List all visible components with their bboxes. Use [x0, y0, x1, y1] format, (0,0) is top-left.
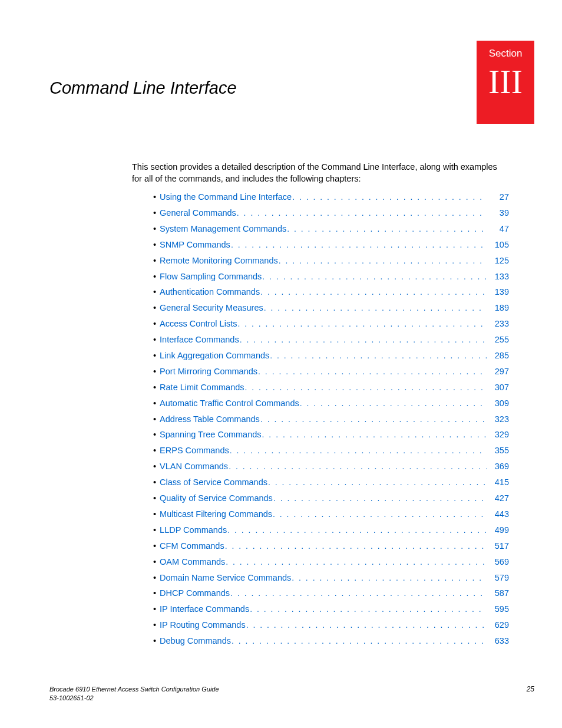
- toc-item[interactable]: •CFM Commands517: [153, 538, 509, 554]
- toc-label[interactable]: Multicast Filtering Commands: [160, 506, 272, 522]
- toc-page[interactable]: 595: [487, 601, 509, 617]
- toc-item[interactable]: •IP Routing Commands629: [153, 617, 509, 633]
- bullet-icon: •: [153, 522, 156, 538]
- toc-page[interactable]: 499: [487, 522, 509, 538]
- bullet-icon: •: [153, 300, 156, 316]
- toc-page[interactable]: 517: [487, 538, 509, 554]
- footer-page-number: 25: [527, 685, 534, 702]
- bullet-icon: •: [153, 269, 156, 285]
- toc-page[interactable]: 47: [487, 221, 509, 237]
- toc-item[interactable]: •Access Control Lists233: [153, 316, 509, 332]
- toc-item[interactable]: •Remote Monitoring Commands125: [153, 253, 509, 269]
- toc-item[interactable]: •Link Aggregation Commands285: [153, 348, 509, 364]
- toc-item[interactable]: •LLDP Commands499: [153, 522, 509, 538]
- toc-item[interactable]: •Spanning Tree Commands329: [153, 427, 509, 443]
- toc-label[interactable]: System Management Commands: [160, 221, 286, 237]
- toc-label[interactable]: Authentication Commands: [160, 284, 260, 300]
- toc-item[interactable]: •Port Mirroring Commands297: [153, 364, 509, 380]
- toc-item[interactable]: •Interface Commands255: [153, 332, 509, 348]
- toc-page[interactable]: 569: [487, 554, 509, 570]
- toc-leader-dots: [260, 412, 487, 427]
- toc-item[interactable]: •ERPS Commands355: [153, 443, 509, 459]
- toc-page[interactable]: 629: [487, 617, 509, 633]
- toc-label[interactable]: ERPS Commands: [160, 443, 229, 459]
- toc-page[interactable]: 323: [487, 411, 509, 427]
- page-title: Command Line Interface: [49, 78, 237, 98]
- toc-item[interactable]: •Automatic Traffic Control Commands309: [153, 396, 509, 411]
- toc-label[interactable]: Rate Limit Commands: [160, 380, 244, 396]
- toc-item[interactable]: •Class of Service Commands415: [153, 475, 509, 490]
- toc-item[interactable]: •Multicast Filtering Commands443: [153, 506, 509, 522]
- section-number: III: [477, 63, 534, 101]
- toc-item[interactable]: •System Management Commands47: [153, 221, 509, 237]
- toc-page[interactable]: 233: [487, 316, 509, 332]
- toc-page[interactable]: 369: [487, 459, 509, 475]
- toc-page[interactable]: 427: [487, 490, 509, 506]
- toc-label[interactable]: Automatic Traffic Control Commands: [160, 396, 299, 411]
- toc-item[interactable]: •OAM Commands569: [153, 554, 509, 570]
- toc-label[interactable]: IP Routing Commands: [160, 617, 246, 633]
- toc-page[interactable]: 189: [487, 300, 509, 316]
- toc-label[interactable]: Spanning Tree Commands: [160, 427, 262, 443]
- toc-label[interactable]: Remote Monitoring Commands: [160, 253, 278, 269]
- toc-leader-dots: [257, 364, 487, 380]
- toc-page[interactable]: 579: [487, 570, 509, 586]
- toc-page[interactable]: 139: [487, 284, 509, 300]
- toc-page[interactable]: 39: [487, 205, 509, 221]
- toc-page[interactable]: 297: [487, 364, 509, 380]
- toc-page[interactable]: 633: [487, 633, 509, 649]
- toc-label[interactable]: General Commands: [160, 205, 236, 221]
- toc-label[interactable]: Access Control Lists: [160, 316, 237, 332]
- toc-label[interactable]: Link Aggregation Commands: [160, 348, 269, 364]
- bullet-icon: •: [153, 237, 156, 253]
- toc-page[interactable]: 125: [487, 253, 509, 269]
- toc-item[interactable]: •SNMP Commands105: [153, 237, 509, 253]
- toc-label[interactable]: Interface Commands: [160, 332, 239, 348]
- toc-item[interactable]: •General Commands39: [153, 205, 509, 221]
- toc-item[interactable]: •Rate Limit Commands307: [153, 380, 509, 396]
- toc-label[interactable]: OAM Commands: [160, 554, 225, 570]
- toc-label[interactable]: Debug Commands: [160, 633, 231, 649]
- toc-label[interactable]: IP Interface Commands: [160, 601, 249, 617]
- toc-page[interactable]: 133: [487, 269, 509, 285]
- toc-item[interactable]: •Flow Sampling Commands133: [153, 269, 509, 285]
- table-of-contents: •Using the Command Line Interface27•Gene…: [153, 189, 509, 649]
- toc-label[interactable]: LLDP Commands: [160, 522, 227, 538]
- toc-label[interactable]: VLAN Commands: [160, 459, 228, 475]
- toc-label[interactable]: General Security Measures: [160, 300, 263, 316]
- toc-page[interactable]: 309: [487, 396, 509, 411]
- toc-item[interactable]: •DHCP Commands587: [153, 585, 509, 601]
- toc-page[interactable]: 285: [487, 348, 509, 364]
- toc-page[interactable]: 329: [487, 427, 509, 443]
- toc-page[interactable]: 355: [487, 443, 509, 459]
- toc-item[interactable]: •Domain Name Service Commands579: [153, 570, 509, 586]
- toc-item[interactable]: •VLAN Commands369: [153, 459, 509, 475]
- toc-label[interactable]: Domain Name Service Commands: [160, 570, 291, 586]
- bullet-icon: •: [153, 205, 156, 221]
- bullet-icon: •: [153, 189, 156, 205]
- toc-label[interactable]: Port Mirroring Commands: [160, 364, 257, 380]
- toc-item[interactable]: •Address Table Commands323: [153, 411, 509, 427]
- toc-item[interactable]: •General Security Measures189: [153, 300, 509, 316]
- toc-label[interactable]: Using the Command Line Interface: [160, 189, 292, 205]
- toc-item[interactable]: •Authentication Commands139: [153, 284, 509, 300]
- toc-page[interactable]: 105: [487, 237, 509, 253]
- toc-item[interactable]: •Quality of Service Commands427: [153, 490, 509, 506]
- toc-item[interactable]: •IP Interface Commands595: [153, 601, 509, 617]
- toc-label[interactable]: Flow Sampling Commands: [160, 269, 262, 285]
- toc-label[interactable]: Quality of Service Commands: [160, 490, 273, 506]
- toc-label[interactable]: DHCP Commands: [160, 585, 230, 601]
- toc-label[interactable]: Address Table Commands: [160, 411, 260, 427]
- toc-label[interactable]: Class of Service Commands: [160, 475, 267, 490]
- toc-leader-dots: [228, 459, 487, 475]
- toc-item[interactable]: •Debug Commands633: [153, 633, 509, 649]
- toc-page[interactable]: 443: [487, 506, 509, 522]
- toc-page[interactable]: 255: [487, 332, 509, 348]
- toc-page[interactable]: 307: [487, 380, 509, 396]
- toc-item[interactable]: •Using the Command Line Interface27: [153, 189, 509, 205]
- toc-page[interactable]: 27: [487, 189, 509, 205]
- toc-page[interactable]: 587: [487, 585, 509, 601]
- toc-label[interactable]: CFM Commands: [160, 538, 224, 554]
- toc-label[interactable]: SNMP Commands: [160, 237, 230, 253]
- toc-page[interactable]: 415: [487, 475, 509, 490]
